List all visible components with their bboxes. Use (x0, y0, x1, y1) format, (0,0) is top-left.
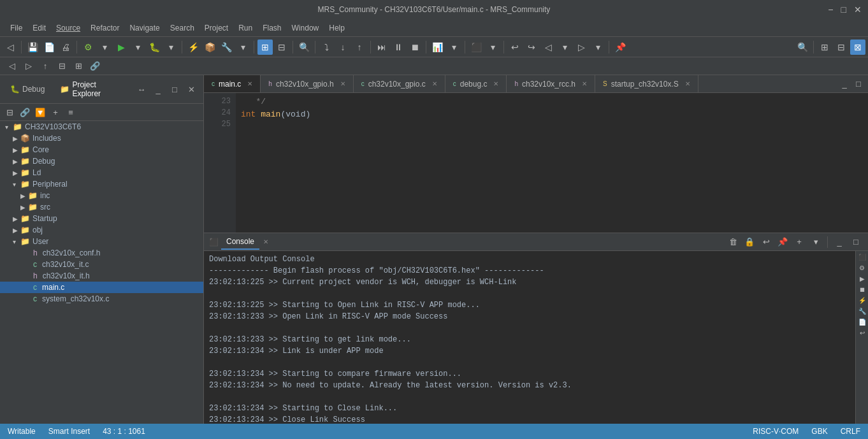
tab-startup-s-close[interactable]: ✕ (685, 80, 690, 87)
tree-user[interactable]: ▾ 📁 User (0, 236, 203, 247)
tb-run-btn[interactable]: ▶ (113, 40, 129, 55)
console-min-btn[interactable]: _ (832, 235, 846, 249)
tb-undo-btn[interactable]: ↩ (507, 40, 523, 55)
tab-debug-c[interactable]: c debug.c ✕ (445, 75, 507, 93)
tab-main-c-close[interactable]: ✕ (247, 80, 252, 87)
tb-layout-btn[interactable]: ⊞ (817, 40, 832, 55)
cr-icon-7[interactable]: 📄 (858, 319, 866, 326)
sec-up-btn[interactable]: ↑ (38, 59, 52, 73)
tab-gpio-h[interactable]: h ch32v10x_gpio.h ✕ (261, 75, 353, 93)
menu-run[interactable]: Run (233, 21, 257, 35)
tree-includes[interactable]: ▶ 📦 Includes (0, 133, 203, 144)
tree-src[interactable]: ▶ 📁 src (0, 201, 203, 213)
tb-nav-back[interactable]: ◁ (540, 40, 556, 55)
tree-root[interactable]: ▾ 📁 CH32V103C6T6 (0, 121, 203, 133)
console-new-btn[interactable]: + (792, 235, 806, 249)
tree-core[interactable]: ▶ 📁 Core (0, 144, 203, 155)
tb-inst-btn[interactable]: ⬛ (468, 40, 484, 55)
cr-icon-5[interactable]: ⚡ (858, 297, 866, 304)
tb-search2-btn[interactable]: 🔍 (795, 40, 810, 55)
sidebar-new[interactable]: + (48, 105, 62, 119)
tb-step-into[interactable]: ↓ (335, 40, 351, 55)
cr-icon-2[interactable]: ⚙ (859, 264, 865, 271)
console-scroll-lock[interactable]: 🔒 (742, 235, 756, 249)
tb-save2-btn[interactable]: 📄 (41, 40, 57, 55)
tb-step-over[interactable]: ⤵ (319, 40, 334, 55)
console-max-btn[interactable]: □ (849, 235, 863, 249)
code-content[interactable]: */ int main(void) (236, 93, 868, 233)
tb-perspective2-btn[interactable]: ⊟ (274, 40, 289, 55)
cr-icon-4[interactable]: ⏹ (859, 286, 865, 293)
cr-icon-8[interactable]: ↩ (860, 329, 865, 336)
sidebar-collapse-all[interactable]: ⊟ (3, 105, 17, 119)
tree-system-c[interactable]: c system_ch32v10x.c (0, 293, 203, 305)
tb-inst-drop[interactable]: ▾ (485, 40, 500, 55)
tab-rcc-h[interactable]: h ch32v10x_rcc.h ✕ (507, 75, 595, 93)
sidebar-filter[interactable]: 🔽 (33, 105, 47, 119)
console-pin-btn[interactable]: 📌 (776, 235, 790, 249)
console-tab[interactable]: Console (221, 234, 259, 250)
tb-build-drop[interactable]: ▾ (97, 40, 112, 55)
sidebar-close-btn[interactable]: ✕ (184, 82, 198, 96)
menu-edit[interactable]: Edit (27, 21, 51, 35)
tree-conf-h[interactable]: h ch32v10x_conf.h (0, 247, 203, 259)
tb-suspend-btn[interactable]: ⏸ (391, 40, 406, 55)
tree-obj[interactable]: ▶ 📁 obj (0, 224, 203, 236)
minimize-button[interactable]: − (828, 4, 833, 15)
sec-link-btn[interactable]: 🔗 (88, 59, 102, 73)
tb-back-btn[interactable]: ◁ (3, 40, 18, 55)
menu-help[interactable]: Help (324, 21, 350, 35)
tb-run-drop[interactable]: ▾ (130, 40, 145, 55)
tree-it-c[interactable]: c ch32v10x_it.c (0, 259, 203, 270)
menu-search[interactable]: Search (165, 21, 199, 35)
menu-source[interactable]: Source (51, 21, 85, 35)
tb-layout2-btn[interactable]: ⊟ (834, 40, 849, 55)
menu-file[interactable]: File (5, 21, 27, 35)
tb-nav-back-drop[interactable]: ▾ (557, 40, 572, 55)
menu-navigate[interactable]: Navigate (124, 21, 164, 35)
sec-expand-btn[interactable]: ⊞ (71, 59, 85, 73)
tb-build-btn[interactable]: ⚙ (80, 40, 96, 55)
tb-redo-btn[interactable]: ↪ (524, 40, 539, 55)
tab-main-c[interactable]: c main.c ✕ (204, 75, 261, 93)
tab-min-btn[interactable]: _ (837, 77, 851, 91)
sidebar-tab-debug[interactable]: 🐛 Debug (5, 82, 50, 96)
menu-window[interactable]: Window (287, 21, 324, 35)
menu-flash[interactable]: Flash (257, 21, 286, 35)
maximize-button[interactable]: □ (841, 4, 846, 15)
tab-gpio-c-close[interactable]: ✕ (432, 80, 437, 87)
tb-perspective-btn[interactable]: ⊞ (257, 40, 273, 55)
tb-debug-btn[interactable]: 🐛 (147, 40, 162, 55)
tab-gpio-c[interactable]: c ch32v10x_gpio.c ✕ (354, 75, 445, 93)
tree-it-h[interactable]: h ch32v10x_it.h (0, 270, 203, 282)
tb-save-btn[interactable]: 💾 (25, 40, 40, 55)
tree-startup[interactable]: ▶ 📁 Startup (0, 213, 203, 224)
menu-project[interactable]: Project (199, 21, 233, 35)
tb-flash-btn[interactable]: ⚡ (185, 40, 201, 55)
console-clear-btn[interactable]: 🗑 (726, 235, 740, 249)
tb-stop-btn[interactable]: ⏹ (407, 40, 423, 55)
console-word-wrap[interactable]: ↩ (759, 235, 773, 249)
tree-peripheral[interactable]: ▾ 📁 Peripheral (0, 178, 203, 190)
sec-prev-btn[interactable]: ◁ (5, 59, 19, 73)
code-editor[interactable]: 23 24 25 */ int main(void) (204, 93, 868, 233)
console-drop-btn[interactable]: ▾ (809, 235, 823, 249)
sidebar-menu[interactable]: ≡ (64, 105, 78, 119)
tb-mem-drop[interactable]: ▾ (446, 40, 461, 55)
sidebar-max-btn[interactable]: □ (168, 82, 182, 96)
tb-nav-fwd-drop[interactable]: ▾ (590, 40, 605, 55)
cr-icon-3[interactable]: ▶ (860, 275, 865, 282)
sec-collapse-btn[interactable]: ⊟ (55, 59, 69, 73)
tab-debug-c-close[interactable]: ✕ (493, 80, 498, 87)
sidebar-link-editor[interactable]: 🔗 (18, 105, 32, 119)
tb-flash3-btn[interactable]: 🔧 (219, 40, 234, 55)
tree-debug[interactable]: ▶ 📁 Debug (0, 155, 203, 167)
tab-startup-s[interactable]: S startup_ch32v10x.S ✕ (595, 75, 698, 93)
menu-refactor[interactable]: Refactor (85, 21, 124, 35)
tb-resume-btn[interactable]: ⏭ (374, 40, 389, 55)
sec-next-btn[interactable]: ▷ (22, 59, 36, 73)
close-button[interactable]: ✕ (854, 4, 862, 15)
tb-mem-btn[interactable]: 📊 (430, 40, 445, 55)
tb-debug-drop[interactable]: ▾ (163, 40, 178, 55)
tb-flash2-btn[interactable]: 📦 (202, 40, 217, 55)
